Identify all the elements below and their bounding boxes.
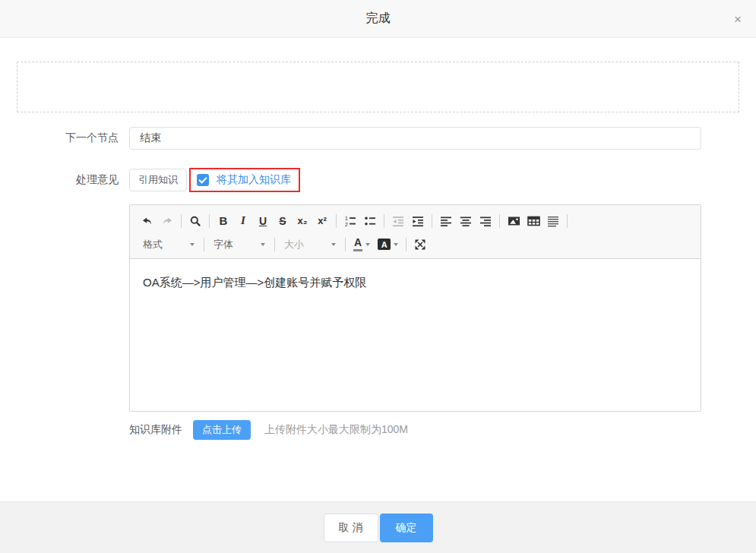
next-node-row: 下一个节点 (0, 127, 701, 150)
ordered-list-icon[interactable]: 12 (340, 212, 360, 230)
chevron-down-icon (190, 243, 195, 246)
dialog-title: 完成 (366, 11, 391, 27)
align-center-icon[interactable] (456, 212, 476, 230)
underline-icon[interactable]: U (253, 212, 273, 230)
indent-icon[interactable] (408, 212, 428, 230)
attachment-label: 知识库附件 (129, 423, 182, 437)
insert-image-icon[interactable] (504, 212, 524, 230)
close-icon[interactable]: × (727, 9, 748, 28)
chevron-down-icon (394, 243, 398, 246)
attachment-row: 知识库附件 点击上传 上传附件大小最大限制为100M (0, 420, 701, 440)
subscript-icon[interactable]: x₂ (293, 212, 312, 230)
opinion-label: 处理意见 (0, 173, 119, 187)
toolbar-separator (384, 214, 384, 228)
toolbar-separator (499, 214, 500, 228)
outdent-icon[interactable] (388, 212, 408, 230)
toolbar-separator (204, 238, 204, 251)
highlight-box: 将其加入知识库 (189, 168, 300, 192)
search-icon[interactable] (185, 212, 205, 230)
maximize-icon[interactable] (410, 235, 430, 254)
toolbar-separator (432, 214, 432, 228)
next-node-label: 下一个节点 (0, 131, 119, 145)
format-dropdown[interactable]: 格式 (138, 235, 200, 254)
opinion-row: 处理意见 引用知识 将其加入知识库 (0, 168, 701, 192)
toolbar-separator (181, 214, 182, 228)
toolbar-separator (209, 214, 210, 228)
upload-button[interactable]: 点击上传 (193, 420, 251, 440)
editor-label-spacer (0, 204, 119, 412)
toolbar-separator (336, 214, 337, 228)
superscript-icon[interactable]: x² (312, 212, 332, 230)
add-to-knowledge-base-checkbox[interactable] (197, 174, 209, 186)
editor-content[interactable]: OA系统—>用户管理—>创建账号并赋予权限 (130, 259, 701, 411)
insert-table-icon[interactable] (524, 212, 543, 230)
font-dropdown-label: 字体 (214, 238, 233, 251)
size-dropdown[interactable]: 大小 (279, 235, 341, 254)
unordered-list-icon[interactable] (360, 212, 380, 230)
align-left-icon[interactable] (436, 212, 456, 230)
cancel-button[interactable]: 取 消 (324, 514, 378, 542)
bold-icon[interactable]: B (214, 212, 233, 230)
chevron-down-icon (365, 243, 370, 246)
complete-dialog: 完成 × 下一个节点 处理意见 引用知识 将其加入知识库 (0, 0, 756, 440)
chevron-down-icon (331, 243, 336, 246)
toolbar-row-2: 格式 字体 大小 A (138, 232, 693, 256)
italic-icon[interactable]: I (233, 212, 253, 230)
dialog-footer: 取 消 确定 (0, 501, 756, 553)
text-color-icon: A (353, 237, 362, 251)
toolbar-separator (345, 238, 346, 251)
text-color-button[interactable]: A (350, 235, 374, 254)
background-color-icon: A (378, 239, 391, 250)
toolbar-row-1: B I U S x₂ x² 12 (138, 209, 693, 232)
svg-text:1: 1 (345, 216, 348, 221)
toolbar-separator (567, 214, 568, 228)
toolbar-separator (406, 238, 406, 251)
redo-icon[interactable] (157, 212, 177, 230)
align-right-icon[interactable] (476, 212, 495, 230)
svg-text:2: 2 (345, 221, 348, 226)
chevron-down-icon (261, 243, 265, 246)
horizontal-rule-icon[interactable] (543, 212, 563, 230)
size-dropdown-label: 大小 (284, 238, 304, 251)
add-to-knowledge-base-label[interactable]: 将其加入知识库 (217, 173, 291, 187)
background-color-button[interactable]: A (374, 235, 402, 254)
reference-knowledge-button[interactable]: 引用知识 (129, 169, 187, 191)
confirm-button[interactable]: 确定 (380, 514, 433, 542)
format-dropdown-label: 格式 (143, 238, 163, 251)
undo-icon[interactable] (138, 212, 157, 230)
dialog-header: 完成 × (0, 0, 756, 38)
toolbar-separator (274, 238, 275, 251)
upload-hint: 上传附件大小最大限制为100M (264, 423, 408, 437)
strikethrough-icon[interactable]: S (273, 212, 293, 230)
empty-dropzone (17, 62, 739, 112)
font-dropdown[interactable]: 字体 (208, 235, 270, 254)
editor-toolbar: B I U S x₂ x² 12 (130, 205, 701, 259)
next-node-input[interactable] (129, 127, 701, 150)
rich-text-editor: B I U S x₂ x² 12 (129, 204, 701, 412)
editor-row: B I U S x₂ x² 12 (0, 204, 701, 412)
